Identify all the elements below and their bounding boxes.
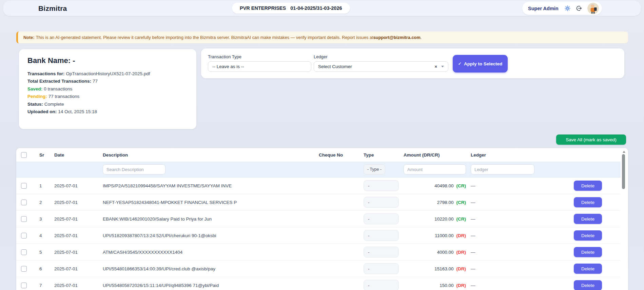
transaction-type-value: -- Leave as is -- <box>212 64 244 69</box>
row-date: 2025-07-01 <box>50 216 98 222</box>
status-value: Complete <box>44 102 64 107</box>
delete-button[interactable]: Delete <box>574 197 602 207</box>
support-email-link[interactable]: support@bizmitra.com <box>373 35 421 40</box>
row-type-select[interactable]: - <box>364 197 399 208</box>
amount-value: 15163.00 <box>434 266 453 271</box>
row-date: 2025-07-01 <box>50 200 98 205</box>
row-type-select[interactable]: - <box>364 180 399 191</box>
pending-line: Pending:77 transactions <box>27 93 188 100</box>
saved-label: Saved: <box>27 86 42 91</box>
delete-button[interactable]: Delete <box>574 181 602 191</box>
status-line: Status:Complete <box>27 101 188 108</box>
drcr-indicator: (DR) <box>456 283 466 288</box>
transaction-type-select[interactable]: -- Leave as is -- <box>208 61 311 72</box>
row-ledger: — <box>466 233 564 238</box>
delete-button[interactable]: Delete <box>574 230 602 241</box>
row-type-value: - <box>368 233 369 238</box>
row-description: UPI/554805872026/15:11:14/UPI/q9485396 7… <box>98 283 314 288</box>
row-amount: 40498.00 (CR) <box>399 183 466 188</box>
logout-icon[interactable] <box>576 5 582 12</box>
drcr-indicator: (CR) <box>456 200 466 205</box>
ledger-select[interactable]: Select Customer × <box>314 61 448 72</box>
saved-line: Saved:0 transactions <box>27 85 188 93</box>
table-row: 3 2025-07-01 EBANK:WIB/1462001020/Salary… <box>16 211 621 227</box>
transaction-type-label: Transaction Type <box>208 54 311 59</box>
description-search-input[interactable] <box>103 164 165 174</box>
amount-filter-input[interactable] <box>404 164 466 174</box>
row-description: IMPS/P2A/518210994458/SAYYAM INVESTME/SA… <box>98 183 314 188</box>
row-amount: 150.00 (DR) <box>399 283 466 288</box>
drcr-indicator: (DR) <box>456 233 466 238</box>
uploaded-line: Uploaded on:14 Oct, 2025 15:18 <box>27 108 188 116</box>
amount-value: 4000.00 <box>437 250 454 255</box>
delete-button[interactable]: Delete <box>574 264 602 274</box>
delete-button[interactable]: Delete <box>574 214 602 224</box>
row-description: EBANK:WIB/1462001020/Salary Paid to Priy… <box>98 216 314 222</box>
row-sr: 6 <box>35 266 50 271</box>
settings-gear-icon[interactable] <box>564 5 571 12</box>
transactions-table: Sr Date Description Cheque No Type Amoun… <box>16 148 628 290</box>
row-checkbox[interactable] <box>21 216 27 222</box>
amount-value: 150.00 <box>440 283 453 288</box>
row-type-value: - <box>368 283 369 288</box>
amount-value: 11000.00 <box>435 233 453 238</box>
row-date: 2025-07-01 <box>50 250 98 255</box>
row-date: 2025-07-01 <box>50 233 98 238</box>
scrollbar-thumb[interactable] <box>622 154 625 189</box>
clear-icon[interactable]: × <box>434 64 437 69</box>
row-checkbox[interactable] <box>21 200 27 205</box>
row-sr: 2 <box>35 200 50 205</box>
company-name: PVR ENTERPRISES <box>240 5 286 11</box>
status-label: Status: <box>27 102 43 107</box>
row-checkbox[interactable] <box>21 283 27 288</box>
ledger-filter-input[interactable] <box>471 164 534 174</box>
avatar[interactable] <box>587 3 599 14</box>
transactions-for-line: Transactions for:OpTransactionHistoryUX5… <box>27 70 188 78</box>
row-type-select[interactable]: - <box>364 263 399 274</box>
table-header-row: Sr Date Description Cheque No Type Amoun… <box>16 148 621 162</box>
uploaded-value: 14 Oct, 2025 15:18 <box>58 109 97 114</box>
apply-to-selected-button[interactable]: ✓ Apply to Selected <box>453 55 508 72</box>
row-sr: 3 <box>35 216 50 222</box>
row-type-value: - <box>368 266 369 271</box>
table-row: 7 2025-07-01 UPI/554805872026/15:11:14/U… <box>16 277 621 290</box>
row-description: ATM/CASH/3545/XXXXXXXXXXX1404 <box>98 250 314 255</box>
column-header-date: Date <box>50 152 98 158</box>
note-suffix: . <box>421 35 422 40</box>
save-all-button[interactable]: Save All (mark as saved) <box>556 134 626 145</box>
row-ledger: — <box>466 250 564 255</box>
ledger-field: Ledger Select Customer × <box>314 54 448 72</box>
row-type-select[interactable]: - <box>364 230 399 241</box>
transactions-for-value: OpTransactionHistoryUX521-07-2025.pdf <box>66 71 150 76</box>
drcr-indicator: (CR) <box>456 183 466 188</box>
row-checkbox[interactable] <box>21 233 27 239</box>
row-ledger: — <box>466 216 564 222</box>
table-row: 1 2025-07-01 IMPS/P2A/518210994458/SAYYA… <box>16 178 621 194</box>
delete-button[interactable]: Delete <box>574 280 602 290</box>
app-header: Bizmitra PVR ENTERPRISES 01-04-2025/31-0… <box>3 1 641 16</box>
row-type-value: - <box>368 183 369 188</box>
chevron-down-icon <box>441 66 444 67</box>
row-type-select[interactable]: - <box>364 280 399 290</box>
column-header-amount: Amount (DR/CR) <box>399 152 466 158</box>
row-type-select[interactable]: - <box>364 213 399 224</box>
row-sr: 1 <box>35 183 50 188</box>
row-date: 2025-07-01 <box>50 283 98 288</box>
row-amount: 10220.00 (CR) <box>399 216 466 222</box>
delete-button[interactable]: Delete <box>574 247 602 257</box>
select-all-checkbox[interactable] <box>21 152 27 158</box>
transaction-type-field: Transaction Type -- Leave as is -- <box>208 54 311 72</box>
row-checkbox[interactable] <box>21 249 27 255</box>
row-type-select[interactable]: - <box>364 247 399 257</box>
row-checkbox[interactable] <box>21 266 27 272</box>
type-filter-select[interactable]: - Type - <box>364 164 385 174</box>
drcr-indicator: (CR) <box>456 216 466 222</box>
bank-summary-card: Bank Name: - Transactions for:OpTransact… <box>19 49 196 129</box>
note-label: Note: <box>23 35 35 40</box>
row-ledger: — <box>466 283 564 288</box>
row-ledger: — <box>466 183 564 188</box>
table-row: 6 2025-07-01 UPI/554801866353/14:00:39/U… <box>16 261 621 277</box>
row-checkbox[interactable] <box>21 183 27 189</box>
user-role-label: Super Admin <box>528 6 559 11</box>
scroll-up-arrow[interactable] <box>623 151 625 153</box>
